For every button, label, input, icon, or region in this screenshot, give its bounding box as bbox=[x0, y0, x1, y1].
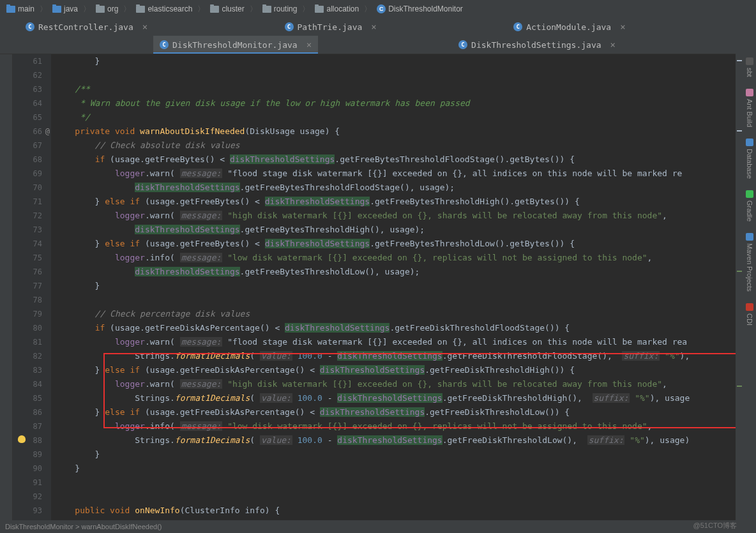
tool-icon bbox=[746, 303, 753, 311]
editor-tabs: CRestController.java× CPathTrie.java× CA… bbox=[0, 18, 756, 54]
tool-icon bbox=[746, 190, 753, 198]
folder-icon bbox=[6, 6, 15, 13]
right-tool-rail: sbt Ant Build Database Gradle Maven Proj… bbox=[743, 54, 756, 520]
rail-cdi[interactable]: CDI bbox=[746, 303, 753, 326]
code-editor[interactable]: } /** * Warn about the given disk usage … bbox=[51, 54, 756, 521]
tool-icon bbox=[746, 57, 753, 65]
breadcrumb-item[interactable]: routing bbox=[259, 4, 301, 13]
rail-maven[interactable]: Maven Projects bbox=[746, 233, 753, 292]
tool-icon bbox=[746, 89, 753, 96]
breadcrumb-item[interactable]: CDiskThresholdMonitor bbox=[373, 4, 467, 13]
close-icon[interactable]: × bbox=[610, 40, 616, 50]
left-tool-stub[interactable] bbox=[0, 54, 13, 521]
tab-pathtrie[interactable]: CPathTrie.java× bbox=[278, 18, 383, 36]
close-icon[interactable]: × bbox=[142, 22, 147, 32]
watermark: @51CTO博客 bbox=[693, 521, 737, 530]
breadcrumb-bar: main〉 java〉 org〉 elasticsearch〉 cluster〉… bbox=[0, 0, 756, 18]
close-icon[interactable]: × bbox=[371, 22, 376, 32]
rail-ant[interactable]: Ant Build bbox=[746, 89, 753, 127]
tab-restcontroller[interactable]: CRestController.java× bbox=[19, 18, 154, 36]
tool-icon bbox=[746, 233, 753, 241]
class-icon: C bbox=[513, 22, 522, 31]
scrollbar-vertical[interactable] bbox=[736, 54, 743, 520]
class-icon: C bbox=[377, 4, 386, 13]
close-icon[interactable]: × bbox=[620, 22, 625, 32]
tab-diskthresholdsettings[interactable]: CDiskThresholdSettings.java× bbox=[452, 36, 622, 54]
rail-gradle[interactable]: Gradle bbox=[746, 190, 753, 221]
class-icon: C bbox=[26, 22, 34, 31]
rail-sbt[interactable]: sbt bbox=[746, 57, 753, 77]
close-icon[interactable]: × bbox=[306, 40, 312, 50]
status-bar: DiskThresholdMonitor > warnAboutDiskIfNe… bbox=[0, 520, 756, 533]
editor-area: 616263646566@676869707172737475767778798… bbox=[0, 54, 756, 521]
folder-icon bbox=[136, 6, 145, 13]
folder-icon bbox=[315, 6, 324, 13]
folder-icon bbox=[52, 6, 61, 13]
rail-database[interactable]: Database bbox=[746, 139, 753, 179]
breadcrumb-item[interactable]: allocation bbox=[311, 4, 363, 13]
breadcrumb-item[interactable]: org bbox=[92, 4, 122, 13]
breadcrumb-item[interactable]: main bbox=[3, 4, 38, 13]
intention-bulb-icon[interactable] bbox=[18, 435, 26, 443]
tool-icon bbox=[746, 139, 753, 146]
breadcrumb-item[interactable]: java bbox=[49, 4, 82, 13]
status-hint: DiskThresholdMonitor > warnAboutDiskIfNe… bbox=[5, 523, 162, 530]
folder-icon bbox=[262, 6, 271, 13]
folder-icon bbox=[210, 6, 219, 13]
class-icon: C bbox=[458, 40, 467, 49]
class-icon: C bbox=[160, 40, 169, 49]
gutter[interactable]: 616263646566@676869707172737475767778798… bbox=[13, 54, 51, 521]
tab-actionmodule[interactable]: CActionModule.java× bbox=[507, 18, 632, 36]
class-icon: C bbox=[285, 22, 294, 31]
folder-icon bbox=[96, 6, 105, 13]
breadcrumb-item[interactable]: cluster bbox=[206, 4, 248, 13]
breadcrumb-item[interactable]: elasticsearch bbox=[132, 4, 196, 13]
tab-diskthresholdmonitor[interactable]: CDiskThresholdMonitor.java× bbox=[153, 36, 318, 54]
